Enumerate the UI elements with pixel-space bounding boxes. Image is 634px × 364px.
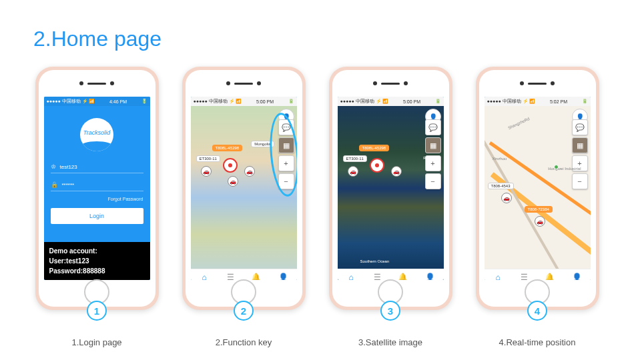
list-icon: ☰ bbox=[227, 273, 234, 281]
carrier-label: ●●●●● 中国移动 ⚡ 📶 bbox=[194, 98, 242, 105]
section-heading: 2.Home page bbox=[33, 27, 162, 51]
nav-alarm[interactable]: 🔔Alarm bbox=[398, 273, 408, 281]
bell-icon: 🔔 bbox=[545, 273, 555, 281]
demo-account-box: Demo account: User:test123 Password:8888… bbox=[44, 242, 150, 280]
user-icon: ♔ bbox=[51, 163, 56, 170]
layers-button[interactable]: ▦ bbox=[425, 137, 441, 153]
map-street-screen: ●●●●● 中国移动 ⚡ 📶 5:02 PM 🔋 👤 💬 ▦ bbox=[485, 97, 591, 280]
time-label: 5:02 PM bbox=[550, 99, 567, 104]
time-label: 5:00 PM bbox=[403, 99, 420, 104]
phone-col-3: ●●●●● 中国移动 ⚡ 📶 5:00 PM 🔋 👤 💬 ▦ + − bbox=[324, 67, 457, 347]
vehicle-icon[interactable]: 🚗 bbox=[391, 166, 402, 177]
bell-icon: 🔔 bbox=[398, 273, 408, 281]
world-map[interactable]: 👤 💬 ▦ + − T808L-45298 ET300-11 Mongolia bbox=[191, 106, 297, 280]
caption-3: 3.Satellite image bbox=[358, 337, 422, 347]
nav-list[interactable]: ☰List bbox=[374, 273, 381, 281]
nav-list[interactable]: ☰List bbox=[521, 273, 528, 281]
username-field[interactable]: ♔test123 bbox=[51, 161, 143, 173]
device-label[interactable]: ET300-11 bbox=[343, 155, 367, 162]
ocean-label: Southern Ocean bbox=[358, 259, 392, 264]
nav-mine[interactable]: 👤Mine bbox=[278, 273, 288, 281]
phone-frame: ●●●●● 中国移动 ⚡ 📶 5:02 PM 🔋 👤 💬 ▦ bbox=[476, 67, 599, 310]
street-map[interactable]: 👤 💬 ▦ + − ShangzheRd Xinzhou Hongwei Ind… bbox=[485, 106, 591, 280]
user-icon: 👤 bbox=[278, 273, 288, 281]
region-label: Russia bbox=[420, 155, 438, 161]
device-label[interactable]: ET300-11 bbox=[196, 155, 220, 162]
password-field[interactable]: 🔒****** bbox=[51, 179, 143, 191]
carrier-label: ●●●●● 中国移动 ⚡ 📶 bbox=[340, 98, 389, 105]
chat-icon[interactable]: 💬 bbox=[425, 119, 441, 135]
location-pin-icon[interactable] bbox=[370, 158, 384, 173]
caption-2: 2.Function key bbox=[216, 337, 272, 347]
nav-home[interactable]: ⌂Home bbox=[493, 273, 503, 281]
poi-marker bbox=[554, 165, 559, 169]
step-badge-4: 4 bbox=[527, 301, 547, 321]
bottom-nav: ⌂Home ☰List 🔔Alarm 👤Mine bbox=[191, 269, 297, 280]
satellite-map[interactable]: 👤 💬 ▦ + − T808L-45298 ET300-11 Russia bbox=[338, 106, 444, 280]
nav-list[interactable]: ☰List bbox=[227, 273, 234, 281]
list-icon: ☰ bbox=[521, 273, 528, 281]
app-logo: Tracksolid bbox=[80, 118, 113, 151]
login-button[interactable]: Login bbox=[51, 208, 143, 224]
vehicle-icon[interactable]: 🚗 bbox=[244, 166, 255, 177]
phone-col-1: ●●●●● 中国移动 ⚡ 📶 4:46 PM 🔋 Tracksolid ♔tes… bbox=[30, 67, 164, 347]
map-satellite-screen: ●●●●● 中国移动 ⚡ 📶 5:00 PM 🔋 👤 💬 ▦ + − bbox=[338, 97, 444, 280]
step-badge-1: 1 bbox=[87, 301, 107, 321]
place-label: Hongwei Industrial bbox=[545, 166, 583, 171]
device-label[interactable]: T808-72384 bbox=[525, 206, 553, 213]
road-label: ShangzheRd bbox=[505, 115, 533, 131]
zoom-out-button[interactable]: − bbox=[572, 173, 588, 189]
phone-frame: ●●●●● 中国移动 ⚡ 📶 5:00 PM 🔋 👤 💬 ▦ + − bbox=[182, 67, 306, 310]
map-standard-screen: ●●●●● 中国移动 ⚡ 📶 5:00 PM 🔋 👤 💬 ▦ + − bbox=[191, 97, 297, 280]
vehicle-icon[interactable]: 🚗 bbox=[228, 176, 238, 187]
home-icon: ⌂ bbox=[202, 273, 207, 281]
bottom-nav: ⌂Home ☰List 🔔Alarm 👤Mine bbox=[485, 269, 591, 280]
bell-icon: 🔔 bbox=[251, 273, 261, 281]
nav-alarm[interactable]: 🔔Alarm bbox=[251, 273, 262, 281]
phone-frame: ●●●●● 中国移动 ⚡ 📶 4:46 PM 🔋 Tracksolid ♔tes… bbox=[35, 67, 159, 310]
chat-icon[interactable]: 💬 bbox=[572, 119, 588, 135]
lock-icon: 🔒 bbox=[51, 181, 58, 188]
phone-frame: ●●●●● 中国移动 ⚡ 📶 5:00 PM 🔋 👤 💬 ▦ + − bbox=[329, 67, 452, 310]
user-icon: 👤 bbox=[425, 273, 435, 281]
nav-mine[interactable]: 👤Mine bbox=[425, 273, 435, 281]
bottom-nav: ⌂Home ☰List 🔔Alarm 👤Mine bbox=[338, 269, 444, 280]
vehicle-icon[interactable]: 🚗 bbox=[501, 193, 512, 203]
vehicle-icon[interactable]: 🚗 bbox=[535, 216, 545, 227]
time-label: 4:46 PM bbox=[109, 99, 127, 104]
device-label[interactable]: T808L-45298 bbox=[212, 145, 243, 151]
phone-col-2: ●●●●● 中国移动 ⚡ 📶 5:00 PM 🔋 👤 💬 ▦ + − bbox=[177, 67, 310, 347]
phones-row: ●●●●● 中国移动 ⚡ 📶 4:46 PM 🔋 Tracksolid ♔tes… bbox=[30, 67, 604, 347]
carrier-label: ●●●●● 中国移动 ⚡ 📶 bbox=[487, 98, 536, 105]
step-badge-3: 3 bbox=[380, 301, 400, 321]
step-badge-2: 2 bbox=[234, 301, 254, 321]
nav-alarm[interactable]: 🔔Alarm bbox=[545, 273, 555, 281]
vehicle-icon[interactable]: 🚗 bbox=[201, 166, 212, 177]
device-label[interactable]: T808L-45298 bbox=[359, 145, 390, 151]
caption-4: 4.Real-time position bbox=[499, 337, 576, 347]
zoom-out-button[interactable]: − bbox=[425, 173, 441, 189]
home-icon: ⌂ bbox=[349, 273, 354, 281]
battery-icon: 🔋 bbox=[141, 99, 147, 104]
vehicle-icon[interactable]: 🚗 bbox=[348, 166, 358, 177]
layers-button[interactable]: ▦ bbox=[572, 137, 588, 153]
list-icon: ☰ bbox=[374, 273, 381, 281]
nav-mine[interactable]: 👤Mine bbox=[572, 273, 582, 281]
carrier-label: ●●●●● 中国移动 ⚡ 📶 bbox=[47, 98, 95, 105]
forgot-password-link[interactable]: Forgot Password bbox=[51, 197, 143, 201]
battery-icon: 🔋 bbox=[435, 99, 441, 104]
time-label: 5:00 PM bbox=[256, 99, 274, 104]
caption-1: 1.Login page bbox=[71, 337, 121, 347]
phone-col-4: ●●●●● 中国移动 ⚡ 📶 5:02 PM 🔋 👤 💬 ▦ bbox=[470, 67, 604, 347]
nav-home[interactable]: ⌂Home bbox=[199, 273, 210, 281]
user-icon: 👤 bbox=[572, 273, 582, 281]
battery-icon: 🔋 bbox=[582, 99, 588, 104]
battery-icon: 🔋 bbox=[288, 99, 294, 104]
nav-home[interactable]: ⌂Home bbox=[346, 273, 356, 281]
login-screen: ●●●●● 中国移动 ⚡ 📶 4:46 PM 🔋 Tracksolid ♔tes… bbox=[44, 97, 150, 280]
device-label[interactable]: T808-4543 bbox=[488, 183, 514, 189]
location-pin-icon[interactable] bbox=[223, 158, 238, 173]
home-icon: ⌂ bbox=[496, 273, 501, 281]
road-label: Xinzhou bbox=[490, 156, 510, 161]
